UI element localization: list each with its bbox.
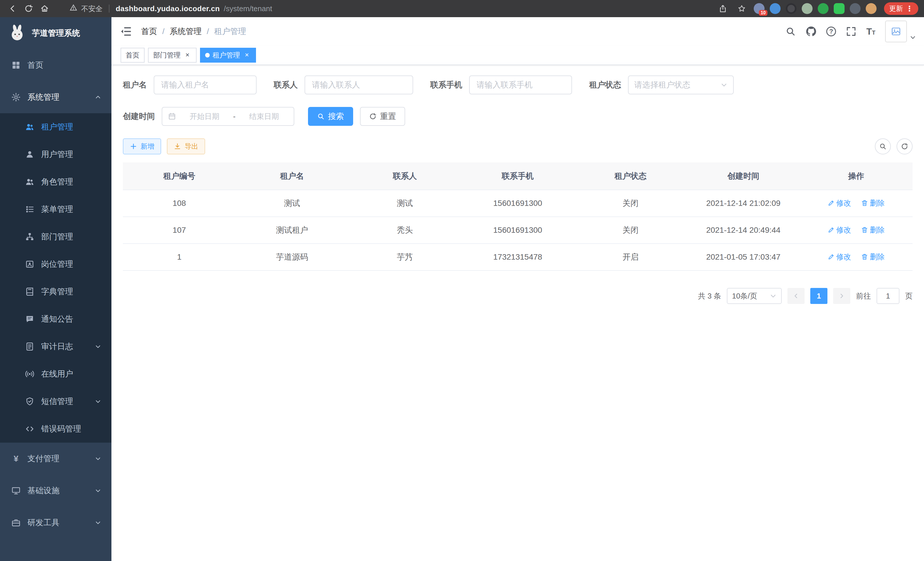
browser-home-button[interactable] [38,2,51,15]
url-divider [109,5,110,13]
browser-update-button[interactable]: 更新 ⋮ [884,2,918,15]
status-value: 关闭 [574,190,687,217]
edit-button[interactable]: 修改 [828,198,851,208]
sidebar-group-devtool[interactable]: 研发工具 [0,507,111,539]
font-size-large-glyph: T [866,27,872,36]
active-dot-icon [205,53,210,57]
prev-page-button[interactable] [788,288,805,304]
sidebar-item-dict[interactable]: 字典管理 [0,278,111,305]
goto-page-input[interactable] [877,288,899,304]
add-button[interactable]: 新增 [123,138,161,154]
sidebar-group-system[interactable]: 系统管理 [0,81,111,113]
col-status: 租户状态 [574,162,687,190]
tag-tenant[interactable]: 租户管理 × [200,48,256,63]
sidebar-item-error-code[interactable]: 错误码管理 [0,415,111,443]
app-title: 芋道管理系统 [32,28,80,39]
sidebar-group-infra[interactable]: 基础设施 [0,475,111,507]
reset-icon [369,113,376,120]
extension-icon-1[interactable]: 10 [754,3,765,14]
menu-list-icon [25,205,34,214]
tenant-name-input[interactable] [154,75,256,94]
github-link[interactable] [806,26,817,37]
extension-icon-3[interactable] [786,3,796,14]
extension-icon-2[interactable] [770,3,781,14]
extension-icon-5[interactable] [818,3,829,14]
edit-button[interactable]: 修改 [828,252,851,262]
reset-button[interactable]: 重置 [360,107,405,126]
edit-button[interactable]: 修改 [828,225,851,235]
url-path: /system/tenant [224,4,272,13]
tag-home[interactable]: 首页 [121,48,145,63]
close-icon[interactable]: × [183,51,191,59]
next-page-button[interactable] [833,288,850,304]
download-icon [174,143,181,150]
delete-button[interactable]: 删除 [861,252,885,262]
trash-icon [861,253,868,260]
sidebar-group-audit-log[interactable]: 审计日志 [0,333,111,360]
status-label: 租户状态 [589,80,621,90]
github-icon [806,26,816,37]
dashboard-icon [11,61,21,70]
extension-icon-7[interactable] [850,3,861,14]
date-range-picker[interactable]: 开始日期 - 结束日期 [162,107,294,126]
page-number-1[interactable]: 1 [810,288,827,304]
chevron-left-icon [793,293,799,299]
search-button[interactable]: 搜索 [308,107,353,126]
delete-button[interactable]: 删除 [861,198,885,208]
pagination-total: 共 3 条 [698,291,721,301]
search-icon [785,26,796,37]
extension-icon-4[interactable] [802,3,813,14]
user-avatar-menu[interactable] [885,21,916,42]
extension-badge: 10 [759,10,767,16]
sidebar-group-pay[interactable]: ¥ 支付管理 [0,443,111,475]
range-separator: - [233,112,236,121]
delete-button[interactable]: 删除 [861,225,885,235]
extension-icon-6[interactable] [834,3,844,14]
browser-refresh-button[interactable] [22,2,35,15]
page-size-select[interactable]: 10条/页 [727,288,782,304]
sidebar-item-user[interactable]: 用户管理 [0,141,111,168]
fullscreen-button[interactable] [846,26,856,37]
edit-icon [828,200,835,206]
extension-icon-8[interactable] [866,3,877,14]
menu-dots-icon: ⋮ [906,4,913,13]
browser-back-button[interactable] [6,2,20,15]
table-toolbar: 新增 导出 [123,138,913,154]
col-created: 创建时间 [687,162,800,190]
close-icon[interactable]: × [243,51,251,59]
export-button[interactable]: 导出 [167,138,205,154]
sidebar-collapse-button[interactable] [119,25,132,38]
role-icon [25,177,34,186]
font-size-button[interactable]: TT [866,27,875,36]
tags-view: 首页 部门管理 × 租户管理 × [111,46,924,65]
header-search-button[interactable] [785,26,796,37]
status-value: 开启 [574,244,687,271]
sidebar-item-post[interactable]: 岗位管理 [0,250,111,278]
sidebar-item-notice[interactable]: 通知公告 [0,305,111,333]
sidebar-item-tenant[interactable]: 租户管理 [0,113,111,141]
help-button[interactable]: ? [826,27,836,36]
col-mobile: 联系手机 [461,162,574,190]
status-select[interactable]: 请选择租户状态 [628,75,734,94]
share-button[interactable] [716,2,730,15]
chevron-right-icon [838,293,845,299]
address-bar[interactable]: 不安全 dashboard.yudao.iocoder.cn/system/te… [54,4,714,14]
sidebar-item-home[interactable]: 首页 [0,49,111,81]
sidebar-item-menu[interactable]: 菜单管理 [0,196,111,223]
chevron-down-icon [95,343,101,350]
edit-icon [828,253,835,260]
breadcrumb-home[interactable]: 首页 [141,26,157,37]
show-search-toggle-button[interactable] [875,138,891,154]
bookmark-button[interactable] [735,2,748,15]
sidebar-item-role[interactable]: 角色管理 [0,168,111,196]
mobile-input[interactable] [469,75,572,94]
notice-chat-icon [25,314,34,324]
col-tenant-name: 租户名 [236,162,349,190]
sidebar-item-dept[interactable]: 部门管理 [0,223,111,250]
sidebar-logo[interactable]: 芋道管理系统 [0,17,111,49]
sidebar-group-sms[interactable]: 短信管理 [0,388,111,415]
refresh-table-button[interactable] [897,138,913,154]
contact-input[interactable] [304,75,413,94]
tag-dept[interactable]: 部门管理 × [148,48,196,63]
sidebar-item-online-user[interactable]: 在线用户 [0,360,111,388]
